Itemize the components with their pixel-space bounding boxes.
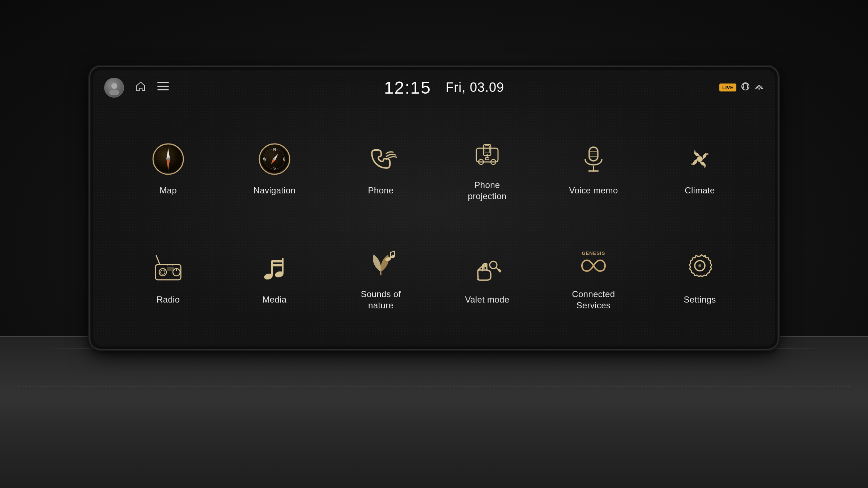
valet-mode-icon	[467, 248, 507, 288]
screen-bezel: 12:15 Fri, 03.09 LIVE	[90, 67, 778, 349]
navigation-icon: N S E W	[255, 139, 294, 179]
svg-point-1	[109, 90, 119, 95]
app-item-settings[interactable]: Settings	[647, 222, 753, 331]
radio-icon	[148, 248, 188, 288]
leather-trim	[0, 336, 868, 488]
app-item-valet-mode[interactable]: Valet mode	[434, 222, 540, 331]
app-item-phone[interactable]: Phone	[328, 113, 434, 222]
menu-icon[interactable]	[157, 82, 169, 93]
svg-point-8	[758, 88, 760, 90]
navigation-label: Navigation	[254, 185, 295, 196]
voice-memo-icon	[574, 139, 613, 179]
svg-point-0	[111, 83, 117, 89]
svg-point-43	[159, 269, 166, 276]
svg-point-15	[167, 158, 170, 160]
phone-label: Phone	[368, 185, 394, 196]
svg-rect-55	[272, 260, 283, 262]
settings-label: Settings	[684, 294, 716, 305]
app-item-voice-memo[interactable]: Voice memo	[540, 113, 647, 222]
live-badge: LIVE	[719, 84, 736, 91]
screen-wrapper: 12:15 Fri, 03.09 LIVE	[90, 67, 778, 349]
sounds-of-nature-icon	[361, 243, 401, 283]
status-right: LIVE	[719, 82, 764, 93]
svg-rect-6	[743, 86, 744, 89]
app-item-radio[interactable]: Radio	[115, 222, 221, 331]
map-label: Map	[159, 185, 177, 196]
climate-label: Climate	[685, 185, 715, 196]
svg-point-29	[487, 154, 488, 155]
radio-label: Radio	[157, 294, 180, 305]
app-item-phone-projection[interactable]: Phoneprojection	[434, 113, 540, 222]
svg-rect-4	[157, 89, 169, 90]
svg-rect-47	[167, 267, 174, 271]
svg-rect-28	[485, 146, 489, 153]
svg-rect-7	[747, 86, 748, 89]
svg-point-25	[273, 158, 276, 160]
connected-services-icon: GENESIS	[574, 243, 613, 283]
status-bar: 12:15 Fri, 03.09 LIVE	[93, 70, 775, 102]
app-item-climate[interactable]: Climate	[647, 113, 753, 222]
svg-rect-31	[485, 158, 489, 160]
car-surround: 12:15 Fri, 03.09 LIVE	[0, 0, 868, 488]
svg-text:W: W	[263, 157, 267, 161]
app-grid: Map N S	[93, 102, 775, 346]
svg-line-42	[156, 256, 160, 265]
svg-rect-2	[157, 82, 169, 83]
date-display: Fri, 03.09	[446, 80, 504, 95]
signal-icon	[754, 82, 764, 93]
app-item-connected-services[interactable]: GENESIS ConnectedServices	[540, 222, 647, 331]
svg-line-61	[391, 251, 395, 252]
time-display: 12:15	[384, 78, 431, 98]
connected-services-label: ConnectedServices	[572, 288, 615, 311]
status-center: 12:15 Fri, 03.09	[169, 78, 719, 98]
svg-point-68	[698, 264, 701, 267]
media-label: Media	[263, 294, 287, 305]
app-item-map[interactable]: Map	[115, 113, 221, 222]
home-icon[interactable]	[135, 81, 146, 95]
app-item-sounds-of-nature[interactable]: Sounds ofnature	[328, 222, 434, 331]
svg-point-40	[697, 156, 703, 162]
media-icon	[255, 248, 294, 288]
phone-projection-icon	[467, 134, 507, 174]
svg-text:N: N	[273, 147, 276, 151]
svg-text:S: S	[273, 166, 276, 170]
valet-mode-label: Valet mode	[465, 294, 510, 305]
app-item-media[interactable]: Media	[221, 222, 328, 331]
avatar-icon[interactable]	[104, 78, 124, 98]
leather-stitch	[18, 386, 850, 387]
climate-icon	[680, 139, 720, 179]
status-left	[104, 78, 169, 98]
phone-projection-label: Phoneprojection	[468, 179, 506, 202]
svg-point-44	[161, 270, 165, 274]
voice-memo-label: Voice memo	[569, 185, 618, 196]
app-item-navigation[interactable]: N S E W	[221, 113, 328, 222]
phone-icon	[361, 139, 401, 179]
screen: 12:15 Fri, 03.09 LIVE	[93, 70, 775, 346]
map-icon	[148, 139, 188, 179]
sounds-of-nature-label: Sounds ofnature	[361, 288, 401, 311]
svg-rect-3	[157, 86, 169, 87]
svg-text:E: E	[283, 157, 286, 161]
headphone-icon	[741, 82, 750, 93]
svg-rect-56	[272, 264, 283, 266]
settings-icon	[680, 248, 720, 288]
